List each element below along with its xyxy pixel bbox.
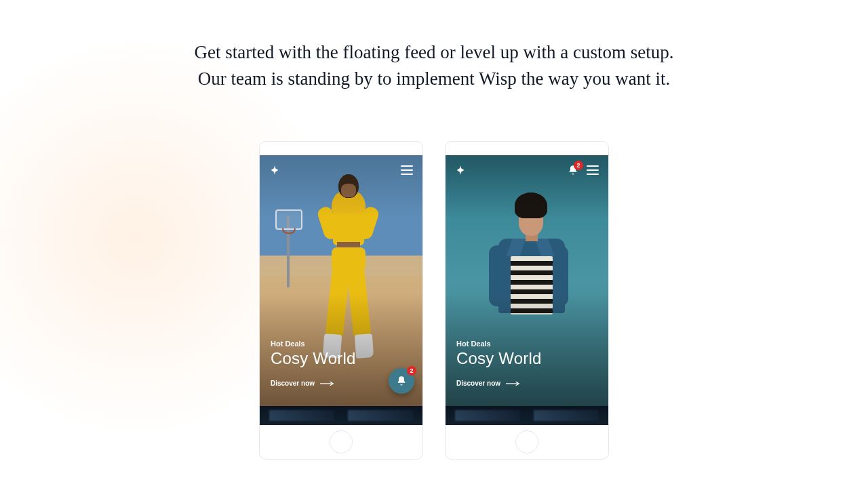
phone-screen: 2 Hot Deals Cosy World Discover now: [446, 155, 608, 406]
headline: Get started with the floating feed or le…: [0, 0, 868, 92]
hero-text-block: Hot Deals Cosy World: [456, 340, 542, 368]
phone-home-area: [446, 425, 608, 459]
hero-eyebrow: Hot Deals: [456, 340, 542, 348]
phone-screen: Hot Deals Cosy World Discover now 2: [260, 155, 422, 406]
discover-cta-label: Discover now: [456, 380, 500, 387]
hero-gradient-overlay: [446, 155, 608, 406]
discover-cta-label: Discover now: [271, 380, 315, 387]
bell-icon: [396, 375, 407, 386]
phone-bezel-top: [446, 142, 608, 155]
next-card-peek: [446, 406, 608, 425]
hero-text-block: Hot Deals Cosy World: [271, 340, 356, 368]
app-topbar: [269, 165, 413, 176]
phone-mockup-floating: Hot Deals Cosy World Discover now 2: [259, 141, 423, 460]
sparkle-icon[interactable]: [269, 165, 280, 176]
headline-line-1: Get started with the floating feed or le…: [0, 39, 868, 66]
discover-cta[interactable]: Discover now: [456, 380, 521, 387]
arrow-right-icon: [320, 381, 335, 386]
notification-badge: 2: [574, 161, 583, 170]
hamburger-menu-icon[interactable]: [587, 165, 599, 175]
home-button-icon[interactable]: [515, 430, 538, 453]
phone-mockup-header: 2 Hot Deals Cosy World Discover now: [445, 141, 609, 460]
phone-mockups-row: Hot Deals Cosy World Discover now 2: [0, 141, 868, 460]
discover-cta[interactable]: Discover now: [271, 380, 335, 387]
app-topbar: 2: [455, 165, 599, 176]
next-card-peek: [260, 406, 422, 425]
hero-title: Cosy World: [271, 349, 356, 368]
phone-bezel-top: [260, 142, 422, 155]
phone-home-area: [260, 425, 422, 459]
hamburger-menu-icon[interactable]: [401, 165, 413, 175]
hero-eyebrow: Hot Deals: [271, 340, 356, 348]
arrow-right-icon: [506, 381, 521, 386]
headline-line-2: Our team is standing by to implement Wis…: [0, 66, 868, 92]
header-notification-button[interactable]: 2: [568, 165, 578, 176]
hero-title: Cosy World: [456, 349, 542, 368]
home-button-icon[interactable]: [330, 430, 353, 453]
sparkle-icon[interactable]: [455, 165, 466, 176]
